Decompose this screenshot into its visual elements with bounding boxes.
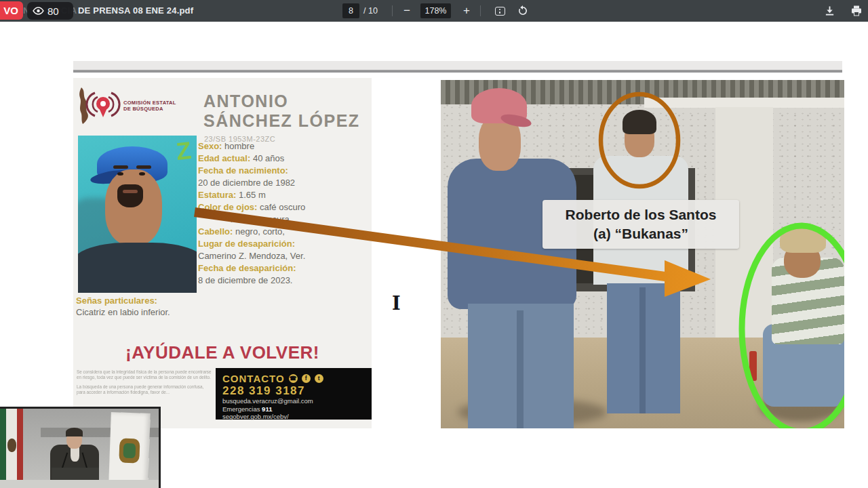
man-left-jeans xyxy=(468,304,574,428)
speaker-hair xyxy=(66,428,83,436)
dark-shirt xyxy=(78,243,197,293)
mexican-flag xyxy=(0,409,23,488)
live-badge: VO xyxy=(0,1,23,20)
contact-email: busqueda.veracruz@gmail.com xyxy=(222,397,365,405)
search-commission-logo: COMISIÓN ESTATAL DE BÚSQUEDA xyxy=(77,86,176,125)
text-cursor: I xyxy=(392,293,401,314)
phone-icon: ☎ xyxy=(289,374,298,383)
distinguishing-marks: Señas particulares: Cicatriz en labio in… xyxy=(76,295,170,318)
contact-heading-row: CONTACTO ☎ f t xyxy=(222,373,365,384)
page-number-input[interactable] xyxy=(342,3,359,18)
field-row: Color de ojos: café oscuro xyxy=(198,201,368,214)
missing-person-poster: COMISIÓN ESTATAL DE BÚSQUEDA ANTONIO SÁN… xyxy=(73,78,372,428)
facebook-icon: f xyxy=(302,374,311,383)
zoom-in-button[interactable]: + xyxy=(458,0,475,22)
field-row: Fecha de nacimiento:20 de diciembre de 1… xyxy=(198,165,368,189)
missing-person-photo: Z xyxy=(78,136,197,293)
pdf-page: COMISIÓN ESTATAL DE BÚSQUEDA ANTONIO SÁN… xyxy=(73,58,842,488)
veracruz-flag xyxy=(108,412,151,485)
toolbar-divider xyxy=(392,5,393,16)
document-title: DE PRENSA 08 ENE 24.pdf xyxy=(78,5,193,16)
contact-phone: 228 319 3187 xyxy=(222,384,365,397)
eye xyxy=(117,172,123,176)
download-button[interactable] xyxy=(822,4,837,18)
flag-crest xyxy=(7,439,16,452)
pdf-toolbar: NFERENCIA 80 VO DE PRENSA 08 ENE 24.pdf … xyxy=(0,0,868,22)
photo-background-letter: Z xyxy=(175,136,193,166)
roof-fascia xyxy=(644,98,844,108)
toolbar-divider xyxy=(480,5,481,16)
suspect-name-label: Roberto de los Santos (a) “Bukanas” xyxy=(542,200,739,249)
contact-website: segobver.gob.mx/cebv/ xyxy=(222,413,365,421)
page-header-band xyxy=(73,61,842,70)
commission-name: COMISIÓN ESTATAL DE BÚSQUEDA xyxy=(123,100,176,112)
person-details: Sexo: hombre Edad actual: 40 años Fecha … xyxy=(198,140,368,287)
rotate-icon xyxy=(517,5,528,16)
field-row: Estatura: 1.65 m xyxy=(198,189,368,201)
download-icon xyxy=(825,5,835,16)
suspect-name-line1: Roberto de los Santos xyxy=(566,205,717,224)
field-row: Edad actual: 40 años xyxy=(198,152,368,165)
screen: COMISIÓN ESTATAL DE BÚSQUEDA ANTONIO SÁN… xyxy=(0,0,868,488)
press-conference-video[interactable] xyxy=(0,407,161,488)
field-row: Sexo: hombre xyxy=(198,140,368,152)
legal-fine-print: Se considera que la integridad física de… xyxy=(77,369,212,399)
page-total: / 10 xyxy=(363,6,378,16)
help-return-headline: ¡AYÚDALE A VOLVER! xyxy=(73,342,372,363)
evidence-photo: Roberto de los Santos (a) “Bukanas” xyxy=(441,80,844,428)
eye xyxy=(139,172,145,176)
podium-table xyxy=(0,480,161,488)
viewer-count: 80 xyxy=(47,5,59,17)
print-button[interactable] xyxy=(849,4,864,18)
field-row: Fecha de desaparición:8 de diciembre de … xyxy=(198,262,368,287)
field-row: Lugar de desaparición:Camerino Z. Mendoz… xyxy=(198,238,368,262)
commission-logo-icon xyxy=(77,86,121,125)
fit-page-icon xyxy=(495,7,505,16)
viewer-count-badge: 80 xyxy=(27,2,73,20)
podium xyxy=(52,468,99,481)
zoom-level[interactable]: 178% xyxy=(420,3,451,18)
speaker-shirt xyxy=(71,447,79,462)
zoom-out-button[interactable]: − xyxy=(399,0,415,22)
contact-box: CONTACTO ☎ f t 228 319 3187 busqueda.ver… xyxy=(216,368,372,420)
rotate-button[interactable] xyxy=(515,4,530,18)
veracruz-crest xyxy=(119,438,140,463)
missing-person-name: ANTONIO SÁNCHEZ LÓPEZ xyxy=(203,92,360,131)
red-pipe xyxy=(749,351,757,381)
goatee xyxy=(117,184,143,207)
twitter-icon: t xyxy=(315,374,323,383)
fit-page-button[interactable] xyxy=(492,4,507,18)
mouth xyxy=(123,190,138,193)
page-header-rule xyxy=(73,70,842,73)
eyebrow xyxy=(136,165,151,169)
print-icon xyxy=(851,5,862,16)
face xyxy=(105,169,162,245)
eye-icon xyxy=(33,7,44,15)
field-row: morena oscura xyxy=(198,214,368,226)
field-row: Cabello: negro, corto, xyxy=(198,226,368,238)
contact-heading: CONTACTO xyxy=(222,373,285,384)
man-center-jeans xyxy=(607,283,680,413)
suspect-alias-line2: (a) “Bukanas” xyxy=(593,224,688,243)
contact-emergency: Emergencias 911 xyxy=(222,405,365,413)
man-right-tan-cap xyxy=(780,226,826,253)
man-center-hair xyxy=(623,110,656,134)
eyebrow xyxy=(113,165,128,169)
